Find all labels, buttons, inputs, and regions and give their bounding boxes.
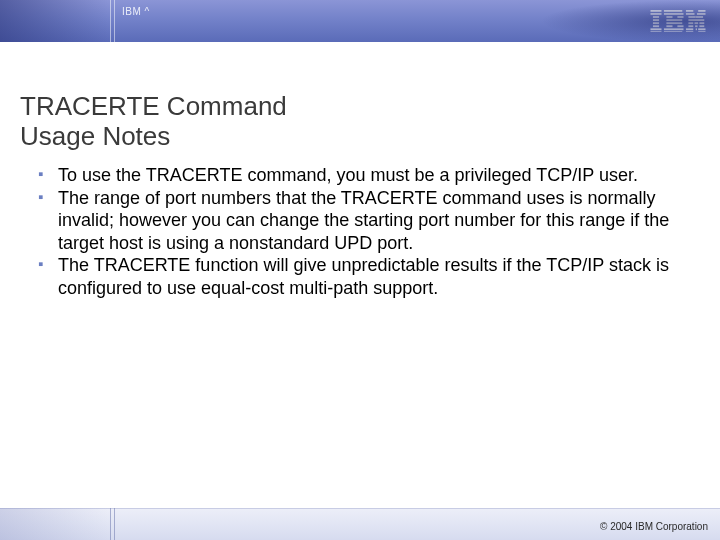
slide-body: To use the TRACERTE command, you must be… xyxy=(38,164,688,299)
svg-rect-7 xyxy=(651,31,662,32)
svg-rect-25 xyxy=(688,22,693,24)
svg-rect-11 xyxy=(677,16,683,18)
svg-rect-16 xyxy=(664,28,684,30)
svg-rect-10 xyxy=(666,16,672,18)
svg-rect-33 xyxy=(698,28,705,30)
footer-divider xyxy=(110,508,111,540)
bullet-text: The range of port numbers that the TRACE… xyxy=(58,188,669,253)
svg-rect-13 xyxy=(666,22,682,24)
footer-divider xyxy=(114,508,115,540)
svg-rect-3 xyxy=(653,19,659,21)
header-product-label: IBM ^ xyxy=(122,6,150,17)
svg-rect-35 xyxy=(698,31,705,32)
header-banner: IBM ^ xyxy=(0,0,720,42)
svg-rect-20 xyxy=(686,13,695,15)
svg-rect-24 xyxy=(688,19,704,21)
svg-rect-28 xyxy=(688,25,693,27)
footer-banner: © 2004 IBM Corporation xyxy=(0,508,720,540)
header-divider xyxy=(114,0,115,42)
slide-title: TRACERTE Command Usage Notes xyxy=(20,92,287,152)
svg-rect-30 xyxy=(699,25,704,27)
svg-rect-4 xyxy=(653,22,659,24)
bullet-list: To use the TRACERTE command, you must be… xyxy=(38,164,688,299)
list-item: The range of port numbers that the TRACE… xyxy=(38,187,688,255)
header-divider xyxy=(110,0,111,42)
svg-rect-31 xyxy=(686,28,693,30)
svg-rect-21 xyxy=(697,13,706,15)
svg-rect-14 xyxy=(666,25,672,27)
list-item: To use the TRACERTE command, you must be… xyxy=(38,164,688,187)
ibm-logo xyxy=(650,10,706,32)
copyright-text: © 2004 IBM Corporation xyxy=(600,521,708,532)
svg-rect-22 xyxy=(688,16,695,18)
svg-rect-27 xyxy=(699,22,704,24)
slide: IBM ^ TRACER xyxy=(0,0,720,540)
list-item: The TRACERTE function will give unpredic… xyxy=(38,254,688,299)
title-line-1: TRACERTE Command xyxy=(20,91,287,121)
svg-rect-34 xyxy=(686,31,693,32)
svg-rect-26 xyxy=(695,22,699,24)
svg-rect-2 xyxy=(653,16,659,18)
svg-rect-8 xyxy=(664,10,682,12)
svg-rect-15 xyxy=(677,25,683,27)
svg-rect-12 xyxy=(666,19,682,21)
svg-rect-18 xyxy=(686,10,693,12)
title-line-2: Usage Notes xyxy=(20,121,170,151)
bullet-text: The TRACERTE function will give unpredic… xyxy=(58,255,669,298)
svg-rect-32 xyxy=(696,28,697,30)
svg-rect-29 xyxy=(695,25,697,27)
svg-rect-0 xyxy=(651,10,662,12)
bullet-text: To use the TRACERTE command, you must be… xyxy=(58,165,638,185)
svg-rect-23 xyxy=(696,16,703,18)
svg-rect-5 xyxy=(653,25,659,27)
svg-rect-6 xyxy=(651,28,662,30)
svg-rect-1 xyxy=(651,13,662,15)
svg-rect-17 xyxy=(664,31,682,32)
svg-rect-19 xyxy=(698,10,705,12)
svg-rect-9 xyxy=(664,13,684,15)
